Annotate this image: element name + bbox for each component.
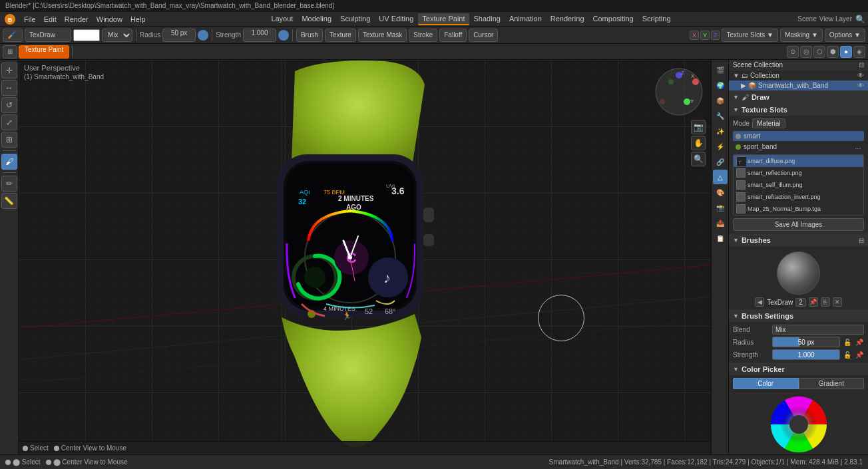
shading-solid[interactable]: ⬢ bbox=[827, 46, 839, 58]
tex-item-refraction[interactable]: smart_refraction_invert.png bbox=[734, 191, 863, 203]
prop-icon-object[interactable]: 📦 bbox=[713, 93, 728, 108]
viewport-mode-btn[interactable]: ⊞ bbox=[3, 45, 17, 59]
nav-sphere[interactable]: X Y Z bbox=[652, 65, 706, 118]
cursor-tool[interactable]: ✛ bbox=[1, 63, 17, 78]
workspace-modeling[interactable]: Modeling bbox=[298, 13, 335, 25]
color-wheel-container[interactable] bbox=[733, 392, 864, 454]
brush-copy-btn[interactable]: ⎘ bbox=[821, 297, 830, 307]
collection-object-item[interactable]: ▶ 📦 Smartwatch_with_Band 👁 bbox=[729, 80, 868, 90]
view-controls[interactable]: 📷 ✋ 🔍 bbox=[691, 120, 706, 166]
shading-render[interactable]: ◈ bbox=[853, 46, 865, 58]
zoom-camera-btn[interactable]: 📷 bbox=[691, 120, 706, 134]
texture-slots-header[interactable]: ▼ Texture Slots bbox=[729, 104, 868, 116]
scene-filter-icon[interactable]: ⊟ bbox=[859, 61, 864, 69]
annotate-tool[interactable]: ✏ bbox=[1, 176, 17, 192]
strength-toggle2[interactable] bbox=[278, 30, 289, 41]
xyz-toggle[interactable]: X Y Z bbox=[690, 31, 720, 40]
blend-mode-select[interactable]: Mix bbox=[102, 29, 132, 42]
prop-icon-modifier[interactable]: 🔧 bbox=[713, 108, 728, 123]
overlay-btn[interactable]: ⊙ ◎ bbox=[787, 46, 812, 58]
prop-icon-world[interactable]: 🌍 bbox=[713, 78, 728, 92]
blend-select[interactable]: Mix bbox=[772, 325, 864, 335]
brush-delete-btn[interactable]: ✕ bbox=[833, 297, 842, 307]
save-all-btn[interactable]: Save All Images bbox=[733, 218, 864, 231]
tex-item-bump[interactable]: Map_25_Normal_Bump.tga bbox=[734, 203, 863, 215]
draw-panel-header[interactable]: ▼ 🖌 Draw bbox=[729, 91, 868, 103]
strength-lock-icon[interactable]: 🔓 bbox=[843, 350, 852, 359]
prop-icon-material[interactable]: 🎨 bbox=[713, 185, 728, 200]
draw-tool[interactable]: 🖌 bbox=[1, 154, 17, 170]
prop-icon-physics[interactable]: ⚡ bbox=[713, 139, 728, 154]
brush-btn[interactable]: Brush bbox=[296, 29, 323, 42]
color-tab-gradient[interactable]: Gradient bbox=[799, 378, 865, 389]
radius-pin-icon[interactable]: 📌 bbox=[855, 337, 864, 347]
zoom-btn[interactable]: 🔍 bbox=[691, 152, 706, 166]
prop-icon-particles[interactable]: ✨ bbox=[713, 124, 728, 138]
workspace-animation[interactable]: Animation bbox=[505, 13, 546, 25]
workspace-uv-editing[interactable]: UV Editing bbox=[375, 13, 417, 25]
tex-item-diffuse[interactable]: T smart_diffuse.png bbox=[734, 155, 863, 167]
workspace-layout[interactable]: Layout bbox=[267, 13, 297, 25]
measure-tool[interactable]: 📏 bbox=[1, 193, 17, 209]
mode-value-btn[interactable]: Material bbox=[752, 118, 785, 128]
viewport[interactable]: AQI 32 75 BPM 2 MINUTES AGO 3.6 UVI bbox=[19, 60, 711, 454]
transform-tool[interactable]: ⊞ bbox=[1, 132, 17, 148]
brush-pin-btn[interactable]: 📌 bbox=[809, 297, 818, 307]
color-swatch[interactable] bbox=[73, 29, 100, 41]
workspace-scripting[interactable]: Scripting bbox=[638, 13, 675, 25]
menu-help[interactable]: Help bbox=[126, 14, 150, 25]
strength-input[interactable]: 1.000 bbox=[243, 29, 276, 42]
brush-prev-btn[interactable]: ◀ bbox=[755, 297, 764, 307]
menu-render[interactable]: Render bbox=[61, 14, 93, 25]
texture-slots-btn[interactable]: Texture Slots ▼ bbox=[722, 29, 777, 42]
prop-icon-constraints[interactable]: 🔗 bbox=[713, 154, 728, 169]
strength-pin-icon[interactable]: 📌 bbox=[855, 350, 864, 359]
shading-wire[interactable]: ⬡ bbox=[813, 46, 825, 58]
menu-window[interactable]: Window bbox=[93, 14, 126, 25]
stroke-btn[interactable]: Stroke bbox=[409, 29, 437, 42]
material-item-sport[interactable]: sport_band … bbox=[733, 142, 864, 152]
workspace-texture-paint[interactable]: Texture Paint bbox=[418, 13, 469, 25]
brushes-header[interactable]: ▼ Brushes ⊟ bbox=[729, 234, 868, 246]
cursor-btn[interactable]: Cursor bbox=[469, 29, 498, 42]
pan-btn[interactable]: ✋ bbox=[691, 136, 706, 150]
color-picker-header[interactable]: ▼ Color Picker bbox=[729, 363, 868, 375]
tex-item-reflection[interactable]: smart_reflection.png bbox=[734, 167, 863, 179]
prop-icon-data[interactable]: △ bbox=[713, 170, 728, 184]
brush-selector[interactable]: TexDraw bbox=[25, 29, 71, 42]
falloff-btn[interactable]: Falloff bbox=[439, 29, 467, 42]
radius-setting-bar[interactable]: 50 px bbox=[772, 337, 840, 347]
collection-item-root[interactable]: ▼ 🗂 Collection 👁 bbox=[729, 71, 868, 80]
move-tool[interactable]: ↔ bbox=[1, 80, 17, 96]
menu-file[interactable]: File bbox=[20, 14, 40, 25]
radius-input[interactable]: 50 px bbox=[162, 29, 196, 42]
menu-edit[interactable]: Edit bbox=[40, 14, 61, 25]
texture-paint-mode-btn[interactable]: Texture Paint bbox=[19, 45, 69, 59]
mode-selector[interactable]: 🖌️ bbox=[3, 29, 23, 42]
prop-icon-render[interactable]: 📸 bbox=[713, 200, 728, 215]
texture-btn[interactable]: Texture bbox=[325, 29, 356, 42]
workspace-shading[interactable]: Shading bbox=[470, 13, 505, 25]
brush-settings-header[interactable]: ▼ Brush Settings bbox=[729, 310, 868, 322]
search-icon[interactable]: 🔍 bbox=[855, 14, 865, 25]
blender-logo[interactable]: B bbox=[3, 12, 17, 27]
scene-collection-header[interactable]: Scene Collection ⊟ bbox=[729, 60, 868, 71]
brush-list-expand[interactable]: ⊟ bbox=[859, 237, 864, 244]
strength-toggle[interactable] bbox=[198, 30, 208, 41]
scale-tool[interactable]: ⤢ bbox=[1, 114, 17, 130]
options-btn[interactable]: Options ▼ bbox=[825, 29, 865, 42]
masking-btn[interactable]: Masking ▼ bbox=[780, 29, 823, 42]
radius-lock-icon[interactable]: 🔓 bbox=[843, 337, 852, 347]
prop-icon-scene[interactable]: 🎬 bbox=[713, 63, 728, 77]
workspace-sculpting[interactable]: Sculpting bbox=[336, 13, 374, 25]
workspace-compositing[interactable]: Compositing bbox=[589, 13, 638, 25]
color-tab-color[interactable]: Color bbox=[733, 378, 799, 389]
workspace-rendering[interactable]: Rendering bbox=[546, 13, 588, 25]
rotate-tool[interactable]: ↺ bbox=[1, 97, 17, 113]
material-item-smart[interactable]: smart bbox=[733, 131, 864, 141]
prop-icon-view-layer[interactable]: 📋 bbox=[713, 231, 728, 245]
tex-item-illum[interactable]: smart_self_illum.png bbox=[734, 179, 863, 191]
texture-mask-btn[interactable]: Texture Mask bbox=[358, 29, 407, 42]
shading-lpe[interactable]: ● bbox=[840, 46, 852, 58]
strength-setting-bar[interactable]: 1.000 bbox=[772, 349, 840, 360]
